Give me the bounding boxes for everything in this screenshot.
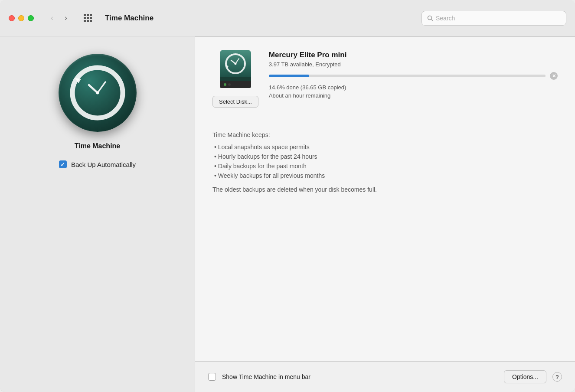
disk-time-text: About an hour remaining [269, 92, 558, 99]
back-button[interactable]: ‹ [46, 12, 58, 24]
tm-oldest-text: The oldest backups are deleted when your… [212, 186, 558, 193]
progress-cancel-button[interactable]: ✕ [550, 72, 558, 80]
backup-checkbox-row[interactable]: ✓ Back Up Automatically [59, 160, 136, 168]
progress-row: ✕ [269, 72, 558, 80]
content: Time Machine ✓ Back Up Automatically [0, 36, 575, 392]
time-machine-icon [59, 54, 137, 132]
sidebar-app-name: Time Machine [75, 142, 121, 150]
disk-icon-area: Select Disk... [212, 50, 258, 108]
svg-line-1 [431, 19, 433, 21]
backup-checkbox[interactable]: ✓ [59, 160, 67, 168]
grid-view-button[interactable] [81, 11, 95, 25]
drive-icon [220, 50, 251, 90]
nav-buttons: ‹ › [46, 12, 72, 24]
list-item: Hourly backups for the past 24 hours [212, 153, 558, 160]
window-title: Time Machine [105, 14, 154, 23]
svg-point-10 [228, 83, 231, 86]
disk-info: Mercury Elite Pro mini 3.97 TB available… [269, 50, 558, 99]
list-item: Daily backups for the past month [212, 163, 558, 170]
progress-bar-track [269, 75, 546, 77]
list-item: Local snapshots as space permits [212, 144, 558, 150]
disk-availability: 3.97 TB available, Encrypted [269, 61, 558, 68]
backup-checkbox-label: Back Up Automatically [71, 161, 136, 168]
options-button[interactable]: Options... [504, 370, 546, 383]
help-button[interactable]: ? [552, 372, 562, 382]
disk-header: Select Disk... Mercury Elite Pro mini 3.… [212, 50, 558, 108]
forward-button[interactable]: › [60, 12, 72, 24]
menu-bar-label: Show Time Machine in menu bar [222, 373, 310, 380]
checkmark-icon: ✓ [60, 161, 65, 168]
svg-line-5 [98, 82, 105, 93]
minimize-button[interactable] [18, 15, 24, 21]
search-bar [421, 11, 566, 26]
bottom-bar: Show Time Machine in menu bar Options...… [195, 361, 575, 392]
tm-keeps-list: Local snapshots as space permits Hourly … [212, 144, 558, 179]
disk-section: Select Disk... Mercury Elite Pro mini 3.… [195, 37, 575, 119]
svg-rect-8 [220, 77, 251, 81]
search-input[interactable] [436, 15, 561, 22]
select-disk-button[interactable]: Select Disk... [212, 96, 258, 108]
traffic-lights [9, 15, 34, 21]
disk-progress-text: 14.6% done (36.65 GB copied) [269, 84, 558, 91]
maximize-button[interactable] [28, 15, 34, 21]
svg-line-4 [89, 85, 98, 93]
main-panel: Select Disk... Mercury Elite Pro mini 3.… [195, 36, 575, 392]
disk-name: Mercury Elite Pro mini [269, 51, 558, 59]
tm-keeps-title: Time Machine keeps: [212, 131, 558, 138]
grid-icon [84, 14, 92, 22]
sidebar: Time Machine ✓ Back Up Automatically [0, 36, 195, 392]
progress-bar-fill [269, 75, 309, 77]
info-section: Time Machine keeps: Local snapshots as s… [195, 119, 575, 361]
svg-point-9 [224, 83, 226, 86]
list-item: Weekly backups for all previous months [212, 172, 558, 179]
menu-bar-checkbox[interactable] [208, 373, 216, 381]
titlebar: ‹ › Time Machine [0, 0, 575, 36]
tm-clock-svg [59, 54, 137, 132]
search-icon [427, 15, 433, 21]
time-machine-icon-container [59, 54, 137, 132]
close-button[interactable] [9, 15, 15, 21]
window: ‹ › Time Machine [0, 0, 575, 392]
